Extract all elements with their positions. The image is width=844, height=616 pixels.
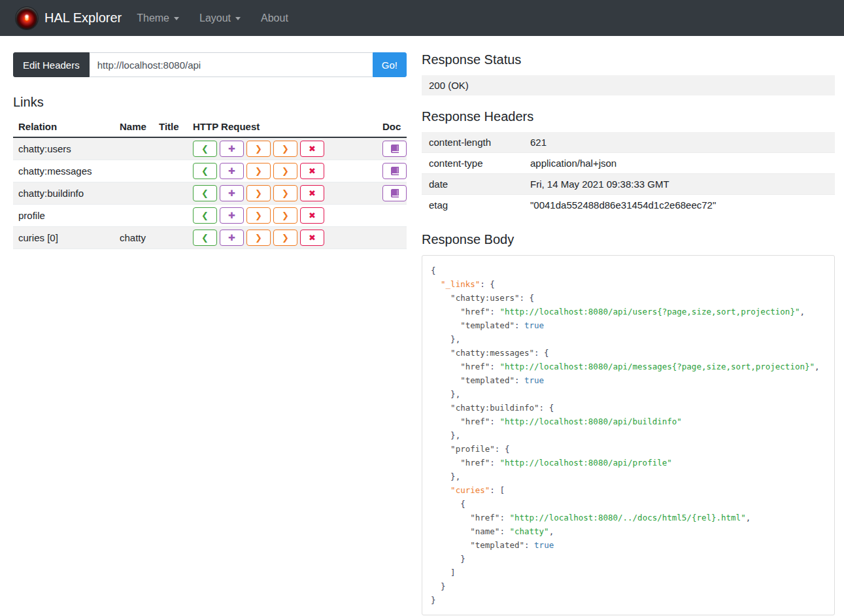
response-status-value: 200 (OK) <box>422 75 835 95</box>
relation-cell: curies [0] <box>13 227 114 249</box>
post-button[interactable]: ✚ <box>220 163 244 179</box>
get-button[interactable]: ❮ <box>193 185 217 201</box>
put-button[interactable]: ❯ <box>246 141 271 157</box>
doc-book-icon <box>390 145 399 153</box>
hal-eye-icon <box>16 7 38 29</box>
put-button[interactable]: ❯ <box>246 185 271 201</box>
navbar-menu: ThemeLayoutAbout <box>137 12 288 24</box>
get-button[interactable]: ❮ <box>193 207 217 224</box>
patch-button[interactable]: ❯ <box>273 185 297 201</box>
delete-button[interactable]: ✖ <box>300 207 324 224</box>
title-cell <box>154 137 188 160</box>
column-relation: Relation <box>13 116 114 137</box>
header-value: application/hal+json <box>523 153 835 174</box>
get-button[interactable]: ❮ <box>193 141 217 157</box>
links-heading: Links <box>13 95 407 110</box>
doc-cell <box>377 182 407 205</box>
title-cell <box>154 160 188 182</box>
nav-item-theme[interactable]: Theme <box>137 12 179 24</box>
url-input[interactable] <box>90 52 373 77</box>
relation-cell: profile <box>13 205 114 227</box>
link-row: curies [0]chatty❮✚❯❯✖ <box>13 227 407 249</box>
put-button[interactable]: ❯ <box>246 207 271 224</box>
links-table: Relation Name Title HTTP Request Doc cha… <box>13 116 407 249</box>
patch-button[interactable]: ❯ <box>273 163 297 179</box>
edit-headers-button[interactable]: Edit Headers <box>13 52 90 77</box>
header-key: content-length <box>422 132 523 153</box>
response-status-heading: Response Status <box>422 52 835 67</box>
request-bar: Edit Headers Go! <box>13 52 407 77</box>
delete-button[interactable]: ✖ <box>300 141 324 157</box>
http-request-cell: ❮✚❯❯✖ <box>188 137 377 160</box>
relation-cell: chatty:users <box>13 137 114 160</box>
link-row: chatty:users❮✚❯❯✖ <box>13 137 407 160</box>
column-http-request: HTTP Request <box>188 116 377 137</box>
links-table-header-row: Relation Name Title HTTP Request Doc <box>13 116 407 137</box>
doc-book-icon <box>390 189 399 197</box>
doc-button[interactable] <box>382 163 407 179</box>
doc-button[interactable] <box>382 185 407 201</box>
post-button[interactable]: ✚ <box>220 230 244 246</box>
response-body-box: { "_links": { "chatty:users": { "href": … <box>422 255 835 615</box>
nav-item-layout[interactable]: Layout <box>199 12 241 24</box>
http-request-cell: ❮✚❯❯✖ <box>188 160 377 182</box>
header-value: 621 <box>523 132 835 153</box>
doc-cell <box>377 227 407 249</box>
delete-button[interactable]: ✖ <box>300 230 324 246</box>
header-key: date <box>422 174 523 195</box>
delete-button[interactable]: ✖ <box>300 185 324 201</box>
relation-cell: chatty:buildinfo <box>13 182 114 205</box>
link-row: chatty:buildinfo❮✚❯❯✖ <box>13 182 407 205</box>
response-body-json: { "_links": { "chatty:users": { "href": … <box>431 264 826 607</box>
navbar: HAL Explorer ThemeLayoutAbout <box>0 0 844 36</box>
post-button[interactable]: ✚ <box>220 185 244 201</box>
column-doc: Doc <box>377 116 407 137</box>
name-cell <box>114 137 154 160</box>
app-brand[interactable]: HAL Explorer <box>16 7 122 29</box>
get-button[interactable]: ❮ <box>193 230 217 246</box>
column-name: Name <box>114 116 154 137</box>
link-row: profile❮✚❯❯✖ <box>13 205 407 227</box>
name-cell: chatty <box>114 227 154 249</box>
hal-explorer-page: HAL Explorer ThemeLayoutAbout Edit Heade… <box>0 0 844 616</box>
doc-button[interactable] <box>382 141 407 157</box>
doc-book-icon <box>390 167 399 175</box>
delete-button[interactable]: ✖ <box>300 163 324 179</box>
patch-button[interactable]: ❯ <box>273 141 297 157</box>
doc-cell <box>377 137 407 160</box>
http-request-cell: ❮✚❯❯✖ <box>188 205 377 227</box>
go-button[interactable]: Go! <box>373 52 407 77</box>
nav-item-about[interactable]: About <box>261 12 288 24</box>
header-value: Fri, 14 May 2021 09:38:33 GMT <box>523 174 835 195</box>
patch-button[interactable]: ❯ <box>273 207 297 224</box>
response-status-row: 200 (OK) <box>422 75 835 95</box>
name-cell <box>114 182 154 205</box>
header-key: etag <box>422 195 523 216</box>
response-header-row: content-typeapplication/hal+json <box>422 153 835 174</box>
response-header-row: etag"0041da552488d86e31454d1c2e68eec72" <box>422 195 835 216</box>
get-button[interactable]: ❮ <box>193 163 217 179</box>
header-key: content-type <box>422 153 523 174</box>
http-request-cell: ❮✚❯❯✖ <box>188 227 377 249</box>
put-button[interactable]: ❯ <box>246 163 271 179</box>
response-panel: Response Status 200 (OK) Response Header… <box>422 52 835 615</box>
title-cell <box>154 227 188 249</box>
response-body-heading: Response Body <box>422 232 835 247</box>
put-button[interactable]: ❯ <box>246 230 271 246</box>
response-status-table: 200 (OK) <box>422 75 835 95</box>
doc-cell <box>377 160 407 182</box>
caret-down-icon <box>235 17 241 20</box>
patch-button[interactable]: ❯ <box>273 230 297 246</box>
link-row: chatty:messages❮✚❯❯✖ <box>13 160 407 182</box>
title-cell <box>154 205 188 227</box>
doc-cell <box>377 205 407 227</box>
response-headers-table: content-length621content-typeapplication… <box>422 132 835 215</box>
request-and-links-panel: Edit Headers Go! Links Relation Name Tit… <box>13 52 407 249</box>
main-content: Edit Headers Go! Links Relation Name Tit… <box>0 36 844 616</box>
column-title: Title <box>154 116 188 137</box>
title-cell <box>154 182 188 205</box>
http-request-cell: ❮✚❯❯✖ <box>188 182 377 205</box>
caret-down-icon <box>174 17 179 20</box>
post-button[interactable]: ✚ <box>220 207 244 224</box>
post-button[interactable]: ✚ <box>220 141 244 157</box>
